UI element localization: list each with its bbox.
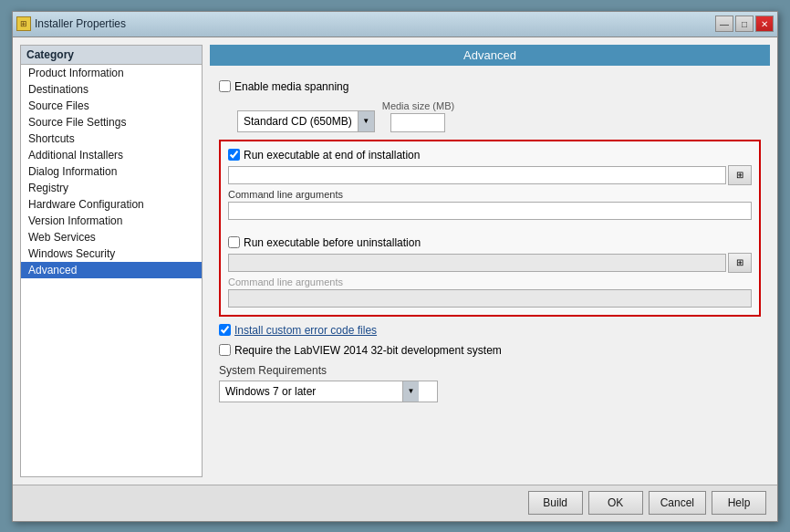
- system-requirements-section: System Requirements Windows 7 or later ▼: [219, 364, 761, 402]
- media-size-label: Media size (MB): [382, 100, 454, 111]
- system-requirements-select[interactable]: Windows 7 or later ▼: [219, 381, 438, 402]
- system-requirements-label: System Requirements: [219, 364, 761, 377]
- enable-media-spanning-row: Enable media spanning: [219, 80, 761, 93]
- system-requirements-value: Windows 7 or later: [220, 383, 402, 400]
- enable-media-spanning-text: Enable media spanning: [234, 80, 348, 93]
- run-exe-before-section: Run executable before uninstallation ⊞ C…: [228, 236, 752, 308]
- panel-header: Advanced: [210, 45, 770, 66]
- sidebar-item-additional-installers[interactable]: Additional Installers: [21, 147, 202, 163]
- sidebar-item-windows-security[interactable]: Windows Security: [21, 245, 202, 262]
- executable-section: Run executable at end of installation ⊞ …: [219, 140, 761, 317]
- install-custom-error-label[interactable]: Install custom error code files: [219, 324, 377, 337]
- sidebar-item-product-info[interactable]: Product Information: [21, 65, 202, 81]
- sidebar-item-dialog-information[interactable]: Dialog Information: [21, 163, 202, 180]
- panel-content: Enable media spanning Standard CD (650MB…: [210, 71, 770, 477]
- media-type-value: Standard CD (650MB): [238, 113, 358, 130]
- run-exe-end-browse-button[interactable]: ⊞: [728, 165, 752, 185]
- run-exe-end-text: Run executable at end of installation: [244, 149, 420, 162]
- install-custom-error-row: Install custom error code files: [219, 324, 761, 337]
- run-exe-end-input[interactable]: [228, 166, 726, 184]
- require-labview-checkbox[interactable]: [219, 344, 231, 356]
- window-body: Category Product Information Destination…: [13, 37, 777, 485]
- require-labview-text: Require the LabVIEW 2014 32-bit developm…: [234, 344, 502, 357]
- main-panel: Advanced Enable media spanning Standard …: [210, 45, 770, 477]
- run-exe-before-text: Run executable before uninstallation: [244, 236, 421, 249]
- run-exe-before-checkbox[interactable]: [228, 236, 240, 248]
- require-labview-row: Require the LabVIEW 2014 32-bit developm…: [219, 344, 761, 357]
- titlebar-buttons: — □ ✕: [715, 16, 774, 32]
- titlebar-left: ⊞ Installer Properties: [16, 16, 126, 31]
- run-exe-end-label[interactable]: Run executable at end of installation: [228, 149, 752, 162]
- install-custom-error-text: Install custom error code files: [234, 324, 377, 337]
- run-exe-before-browse-button[interactable]: ⊞: [728, 253, 752, 273]
- run-exe-end-checkbox[interactable]: [228, 149, 240, 161]
- sidebar-item-web-services[interactable]: Web Services: [21, 229, 202, 245]
- cmd-args-before-input[interactable]: [228, 289, 752, 308]
- sidebar-item-version-information[interactable]: Version Information: [21, 213, 202, 229]
- window-title: Installer Properties: [35, 17, 126, 30]
- installer-properties-window: ⊞ Installer Properties — □ ✕ Category Pr…: [12, 11, 778, 522]
- bottom-bar: Build OK Cancel Help: [13, 485, 777, 521]
- cmd-args-end-label: Command line arguments: [228, 189, 752, 200]
- window-icon: ⊞: [16, 16, 31, 31]
- sidebar-item-source-files[interactable]: Source Files: [21, 98, 202, 114]
- media-type-arrow[interactable]: ▼: [358, 111, 374, 131]
- maximize-button[interactable]: □: [735, 16, 754, 32]
- help-button[interactable]: Help: [712, 491, 766, 515]
- cmd-args-before-label: Command line arguments: [228, 276, 752, 287]
- sidebar-item-shortcuts[interactable]: Shortcuts: [21, 130, 202, 147]
- sidebar: Category Product Information Destination…: [20, 45, 203, 477]
- cancel-button[interactable]: Cancel: [649, 491, 706, 515]
- require-labview-label[interactable]: Require the LabVIEW 2014 32-bit developm…: [219, 344, 502, 357]
- sidebar-item-source-file-settings[interactable]: Source File Settings: [21, 114, 202, 130]
- titlebar: ⊞ Installer Properties — □ ✕: [13, 12, 777, 37]
- cmd-args-end-section: Command line arguments: [228, 189, 752, 220]
- enable-media-spanning-label[interactable]: Enable media spanning: [219, 80, 348, 93]
- close-button[interactable]: ✕: [755, 16, 774, 32]
- sidebar-item-destinations[interactable]: Destinations: [21, 81, 202, 98]
- media-size-input[interactable]: 650: [390, 113, 445, 132]
- run-exe-before-input-row: ⊞: [228, 253, 752, 273]
- cmd-args-before-section: Command line arguments: [228, 276, 752, 308]
- install-custom-error-checkbox[interactable]: [219, 324, 231, 336]
- sidebar-header: Category: [21, 46, 202, 65]
- run-exe-before-input[interactable]: [228, 254, 726, 272]
- sidebar-item-registry[interactable]: Registry: [21, 180, 202, 196]
- media-type-select[interactable]: Standard CD (650MB) ▼: [237, 110, 375, 132]
- minimize-button[interactable]: —: [715, 16, 733, 32]
- sidebar-item-hardware-configuration[interactable]: Hardware Configuration: [21, 196, 202, 213]
- system-requirements-row: Windows 7 or later ▼: [219, 381, 761, 402]
- enable-media-spanning-checkbox[interactable]: [219, 80, 231, 92]
- ok-button[interactable]: OK: [588, 491, 643, 515]
- run-exe-end-input-row: ⊞: [228, 165, 752, 185]
- build-button[interactable]: Build: [528, 491, 583, 515]
- cmd-args-end-input[interactable]: [228, 202, 752, 220]
- section-divider: [228, 225, 752, 231]
- run-exe-end-section: Run executable at end of installation ⊞ …: [228, 149, 752, 220]
- sidebar-item-advanced[interactable]: Advanced: [21, 262, 202, 278]
- system-requirements-arrow[interactable]: ▼: [402, 381, 419, 402]
- run-exe-before-label[interactable]: Run executable before uninstallation: [228, 236, 752, 249]
